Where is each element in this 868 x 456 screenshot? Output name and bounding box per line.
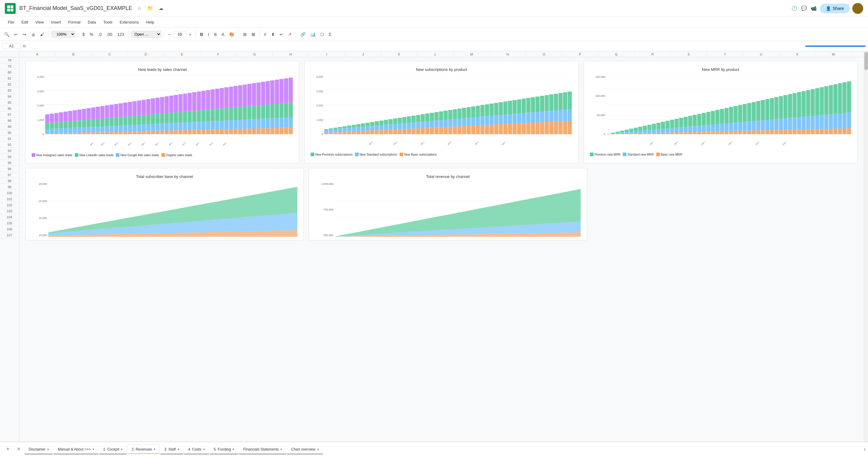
link-button[interactable]: 🔗 [299, 31, 307, 38]
menu-help[interactable]: Help [143, 19, 157, 26]
tab-financials[interactable]: Financials Statements ▾ [239, 445, 286, 454]
strikethrough-button[interactable]: S [212, 31, 218, 38]
menu-file[interactable]: File [5, 19, 17, 26]
tab-disclaimer-dropdown[interactable]: ▾ [48, 448, 49, 451]
col-m[interactable]: M [454, 51, 490, 57]
add-sheet-button[interactable]: + [2, 444, 13, 455]
col-w[interactable]: W [815, 51, 852, 57]
borders-button[interactable]: ⊞ [241, 31, 249, 38]
paint-format-button[interactable]: 🖌 [38, 31, 46, 38]
scrollbar-thumb[interactable] [864, 52, 868, 70]
redo-button[interactable]: ↪ [21, 31, 28, 38]
rotate-button[interactable]: ↗ [286, 31, 293, 38]
menu-edit[interactable]: Edit [19, 19, 31, 26]
collapse-sheets-button[interactable]: › [864, 446, 866, 452]
decimal-inc-button[interactable]: .00 [105, 31, 114, 38]
tab-staff-dropdown[interactable]: ▾ [178, 448, 179, 451]
tab-funding[interactable]: 5. Funding ▾ [209, 445, 239, 454]
folder-icon[interactable]: 📁 [147, 5, 154, 12]
cloud-icon[interactable]: ☁ [157, 5, 165, 12]
bold-button[interactable]: B [198, 31, 205, 38]
tab-manual[interactable]: Manual & About >>> ▾ [53, 445, 99, 454]
print-button[interactable]: 🖨 [29, 31, 37, 38]
text-color-button[interactable]: A [220, 31, 226, 38]
col-b[interactable]: B [56, 51, 92, 57]
tab-costs-dropdown[interactable]: ▾ [203, 448, 205, 451]
col-c[interactable]: C [92, 51, 128, 57]
svg-rect-452 [661, 129, 665, 133]
svg-rect-350 [490, 125, 494, 134]
menu-tools[interactable]: Tools [100, 19, 115, 26]
col-j[interactable]: J [345, 51, 381, 57]
col-n[interactable]: N [490, 51, 526, 57]
history-icon[interactable]: 🕐 [791, 5, 798, 12]
tab-funding-dropdown[interactable]: ▾ [232, 448, 234, 451]
svg-rect-186 [247, 128, 251, 134]
col-s[interactable]: S [671, 51, 707, 57]
tab-financials-dropdown[interactable]: ▾ [280, 448, 282, 451]
italic-button[interactable]: I [206, 31, 211, 38]
col-q[interactable]: Q [598, 51, 634, 57]
col-e[interactable]: E [164, 51, 200, 57]
font-size-decrease[interactable]: − [166, 31, 173, 38]
wrap-button[interactable]: ↵ [278, 31, 285, 38]
zoom-select[interactable]: 100% [51, 31, 75, 38]
tab-chart-overview[interactable]: Chart overview ▾ [286, 445, 323, 454]
menu-insert[interactable]: Insert [48, 19, 64, 26]
tab-revenues-dropdown[interactable]: ▾ [154, 448, 155, 451]
merge-button[interactable]: ⊠ [250, 31, 257, 38]
star-icon[interactable]: ☆ [136, 5, 143, 12]
menu-extensions[interactable]: Extensions [117, 19, 142, 26]
font-select[interactable]: Open ... [131, 31, 161, 38]
search-button[interactable]: 🔍 [2, 31, 11, 38]
sheet-menu-button[interactable]: ≡ [13, 444, 24, 455]
font-size-input[interactable] [174, 31, 186, 37]
font-size-increase[interactable]: + [187, 31, 193, 38]
tab-costs[interactable]: 4. Costs ▾ [184, 445, 209, 454]
col-h[interactable]: H [273, 51, 309, 57]
tab-revenues[interactable]: 2. Revenues ▾ [127, 445, 159, 454]
col-d[interactable]: D [128, 51, 164, 57]
col-l[interactable]: L [417, 51, 454, 57]
col-v[interactable]: V [779, 51, 815, 57]
percent-button[interactable]: % [88, 31, 95, 38]
tab-staff[interactable]: 3. Staff ▾ [160, 445, 184, 454]
svg-rect-465 [679, 118, 683, 128]
decimal-dec-button[interactable]: .0 [96, 31, 103, 38]
tab-chart-overview-dropdown[interactable]: ▾ [317, 448, 319, 451]
cell-reference[interactable] [2, 43, 21, 49]
col-u[interactable]: U [743, 51, 779, 57]
chart-bars-1: // Rendered as static SVG below [45, 75, 293, 142]
share-button[interactable]: 👤 Share [820, 4, 850, 13]
menu-data[interactable]: Data [85, 19, 99, 26]
format-123-button[interactable]: 123 [115, 31, 126, 38]
undo-button[interactable]: ↩ [12, 31, 20, 38]
col-f[interactable]: F [200, 51, 237, 57]
svg-rect-343 [476, 106, 480, 117]
tab-disclaimer[interactable]: Disclaimer ▾ [24, 445, 53, 454]
col-a[interactable]: A [19, 51, 56, 57]
col-g[interactable]: G [237, 51, 273, 57]
filter-button[interactable]: ⬡ [318, 31, 326, 38]
tab-cockpit[interactable]: 1. Cockpit ▾ [99, 445, 127, 454]
valign-button[interactable]: ⬍ [269, 31, 277, 38]
comment-icon[interactable]: 💬 [801, 5, 808, 12]
align-button[interactable]: ≡ [262, 31, 268, 38]
col-i[interactable]: I [309, 51, 345, 57]
formula-button[interactable]: Σ [327, 31, 333, 38]
video-icon[interactable]: 📹 [810, 5, 817, 12]
col-k[interactable]: K [381, 51, 417, 57]
chart-button[interactable]: 📊 [309, 31, 317, 38]
tab-cockpit-dropdown[interactable]: ▾ [121, 448, 122, 451]
formula-input[interactable] [28, 44, 803, 48]
currency-button[interactable]: $ [81, 31, 87, 38]
menu-format[interactable]: Format [65, 19, 84, 26]
col-t[interactable]: T [707, 51, 743, 57]
menu-view[interactable]: View [32, 19, 47, 26]
col-p[interactable]: P [562, 51, 598, 57]
tab-manual-dropdown[interactable]: ▾ [93, 448, 94, 451]
col-r[interactable]: R [634, 51, 671, 57]
highlight-color-button[interactable]: 🎨 [227, 31, 236, 38]
scrollbar-v[interactable] [864, 51, 868, 442]
col-o[interactable]: O [526, 51, 562, 57]
